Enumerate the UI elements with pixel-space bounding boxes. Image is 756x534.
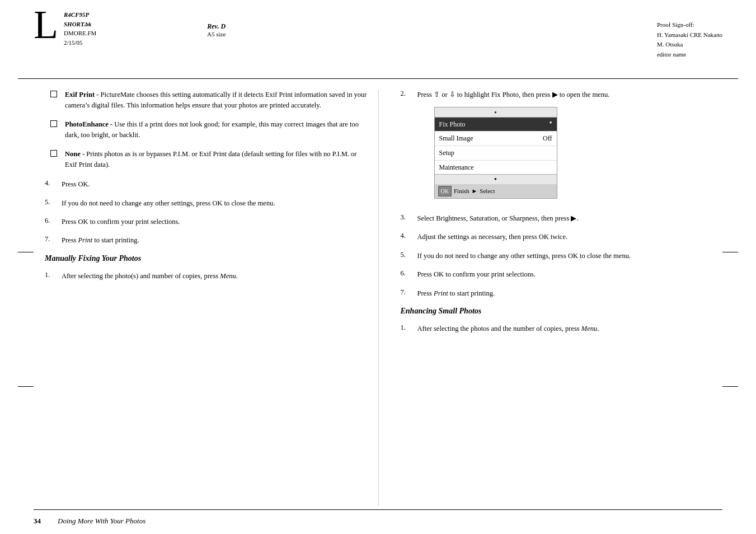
enhance-step-text-1: After selecting the photos and the numbe… [417, 324, 723, 334]
step-4-right: 4. Adjust the settings as necessary, the… [401, 232, 723, 242]
left-column: Exif Print - PictureMate chooses this se… [34, 90, 367, 506]
step-3-right: 3. Select Brightness, Saturation, or Sha… [401, 213, 723, 224]
menu-footer: OK Finish ► Select [435, 184, 557, 199]
menu-row-fixphoto: Fix Photo ● [435, 118, 557, 132]
step-num-7: 7. [45, 235, 62, 243]
header-revision: Rev. D A5 size [207, 22, 226, 38]
left-mark-2 [18, 252, 34, 252]
step-num-6: 6. [45, 217, 62, 225]
proof-line3: M. Otsuka [657, 40, 722, 50]
step-num-6-right: 6. [401, 269, 417, 278]
menu-label-setup: Setup [439, 148, 454, 158]
manual-step-1: 1. After selecting the photo(s) and numb… [45, 271, 367, 282]
bullet-item-exif: Exif Print - PictureMate chooses this se… [45, 90, 367, 111]
filename-plain: DMORE.FM [64, 29, 96, 38]
step-num-7-right: 7. [401, 288, 417, 297]
proof-line4: editor name [657, 50, 722, 60]
term-photoenhance: PhotoEnhance - [65, 120, 112, 128]
enhance-step-num-1: 1. [401, 324, 417, 332]
right-column: 2. Press ⇧ or ⇩ to highlight Fix Photo, … [389, 90, 723, 506]
menu-dot-bottom: ● [435, 175, 557, 184]
menu-finish-label: Finish [454, 186, 469, 196]
step-5-right: 5. If you do not need to change any othe… [401, 251, 723, 261]
checkbox-photoenhance [50, 120, 57, 127]
bullet-text-exif: Exif Print - PictureMate chooses this se… [65, 90, 367, 111]
step-num-5: 5. [45, 198, 62, 207]
page-number: 34 [34, 517, 41, 526]
step-num-4: 4. [45, 179, 62, 188]
footer-title: Doing More With Your Photos [58, 517, 145, 526]
menu-arrow-icon: ► [471, 186, 477, 196]
header-date: 2/15/05 [64, 38, 96, 48]
term-none: None - [65, 150, 84, 158]
desc-none: Prints photos as is or bypasses P.I.M. o… [65, 150, 357, 168]
menu-select-label: Select [480, 186, 495, 196]
step-num-3: 3. [401, 213, 417, 222]
menu-row-setup: Setup [435, 146, 557, 161]
chapter-letter: L [34, 4, 58, 45]
desc-exif: PictureMate chooses this setting automat… [65, 91, 367, 109]
steps-section-right: 3. Select Brightness, Saturation, or Sha… [401, 213, 723, 299]
header-meta: R4CF95P SHORT.bk DMORE.FM 2/15/05 [64, 10, 96, 47]
step-text-7-right: Press Print to start printing. [417, 288, 723, 299]
manual-steps: 1. After selecting the photo(s) and numb… [45, 271, 367, 282]
term-exif: Exif Print - [65, 91, 98, 99]
step-4-left: 4. Press OK. [45, 179, 367, 190]
footer: 34 Doing More With Your Photos [34, 517, 722, 526]
header-rule-top [34, 78, 722, 79]
menu-image: ● Fix Photo ● Small Image Off Se [434, 107, 557, 199]
rev-label: Rev. D [207, 22, 226, 31]
manual-step-text-1: After selecting the photo(s) and number … [62, 271, 367, 282]
menu-label-fixphoto: Fix Photo [439, 119, 466, 130]
header-proof: Proof Sign-off: H. Yamasaki CRE Nakano M… [657, 20, 722, 59]
right-mark-1 [722, 78, 738, 79]
step-text-7: Press Print to start printing. [62, 235, 367, 246]
bullet-item-none: None - Prints photos as is or bypasses P… [45, 149, 367, 171]
step-6-right: 6. Press OK to confirm your print select… [401, 269, 723, 280]
menu-label-maintenance: Maintenance [439, 162, 474, 173]
step-6-left: 6. Press OK to confirm your print select… [45, 217, 367, 227]
steps-section-left: 4. Press OK. 5. If you do not need to ch… [45, 179, 367, 246]
step-text-3: Select Brightness, Saturation, or Sharpn… [417, 213, 723, 224]
step-text-6-right: Press OK to confirm your print selection… [417, 269, 723, 280]
left-mark-1 [18, 78, 34, 79]
menu-ok-button[interactable]: OK [438, 186, 452, 197]
section-heading-manually: Manually Fixing Your Photos [45, 254, 367, 263]
proof-line2: H. Yamasaki CRE Nakano [657, 30, 722, 40]
proof-line1: Proof Sign-off: [657, 20, 722, 30]
bullet-section: Exif Print - PictureMate chooses this se… [45, 90, 367, 170]
bullet-item-photoenhance: PhotoEnhance - Use this if a print does … [45, 119, 367, 141]
menu-value-fixphoto: ● [550, 119, 552, 130]
step-text-2-right: Press ⇧ or ⇩ to highlight Fix Photo, the… [417, 90, 723, 205]
step-text-5-right: If you do not need to change any other s… [417, 251, 723, 261]
step-2-right: 2. Press ⇧ or ⇩ to highlight Fix Photo, … [401, 90, 723, 205]
section-heading-enhance: Enhancing Small Photos [401, 307, 723, 316]
step-num-2-right: 2. [401, 90, 417, 98]
filename-italic: SHORT.bk [64, 20, 96, 29]
header: L R4CF95P SHORT.bk DMORE.FM 2/15/05 Rev.… [0, 10, 756, 47]
left-mark-3 [18, 386, 34, 387]
step-7-left: 7. Press Print to start printing. [45, 235, 367, 246]
menu-value-smallimage: Off [543, 133, 552, 144]
step-num-4-right: 4. [401, 232, 417, 240]
right-mark-2 [722, 252, 738, 252]
step-text-6: Press OK to confirm your print selection… [62, 217, 367, 227]
manual-step-num-1: 1. [45, 271, 62, 279]
footer-rule [34, 509, 722, 510]
rev-size: A5 size [207, 31, 226, 38]
main-content: Exif Print - PictureMate chooses this se… [34, 90, 722, 506]
menu-row-maintenance: Maintenance [435, 161, 557, 175]
step-num-5-right: 5. [401, 251, 417, 259]
step-text-4: Press OK. [62, 179, 367, 190]
enhance-steps: 1. After selecting the photos and the nu… [401, 324, 723, 334]
menu-dot-top: ● [435, 107, 557, 116]
page: L R4CF95P SHORT.bk DMORE.FM 2/15/05 Rev.… [0, 0, 756, 534]
menu-row-smallimage: Small Image Off [435, 132, 557, 146]
filename-bold: R4CF95P [64, 10, 96, 20]
step-text-4-right: Adjust the settings as necessary, then p… [417, 232, 723, 242]
enhance-step-1: 1. After selecting the photos and the nu… [401, 324, 723, 334]
menu-label-smallimage: Small Image [439, 133, 473, 144]
step-text-5: If you do not need to change any other s… [62, 198, 367, 209]
right-mark-3 [722, 386, 738, 387]
bullet-text-none: None - Prints photos as is or bypasses P… [65, 149, 367, 171]
